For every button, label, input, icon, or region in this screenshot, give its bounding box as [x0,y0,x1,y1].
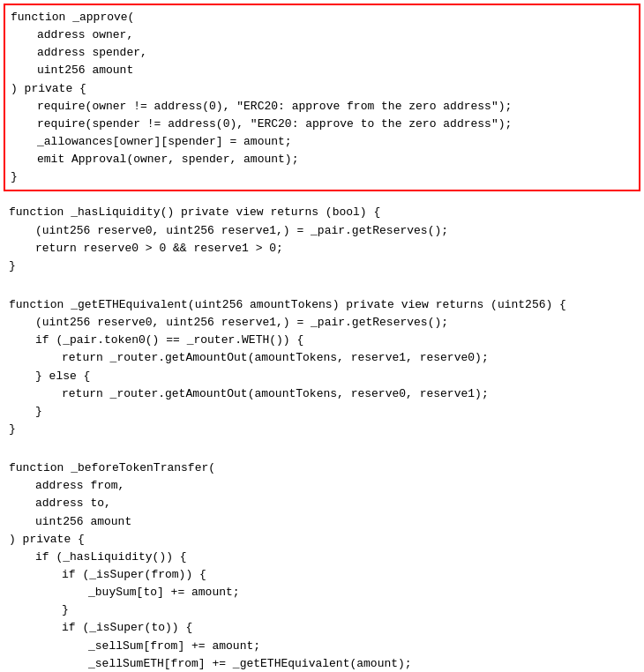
code-line: address owner, [11,26,633,44]
code-line: address to, [9,495,635,512]
code-line: ) private { [9,531,635,549]
code-line: } [9,421,635,438]
code-line: function _beforeTokenTransfer( [9,459,635,477]
code-line: return reserve0 > 0 && reserve1 > 0; [9,240,635,258]
code-container: function _approve(address owner,address … [4,4,640,672]
code-line: _sellSum[from] += amount; [9,638,635,655]
code-line: function _hasLiquidity() private view re… [9,204,635,221]
code-line: return _router.getAmountOut(amountTokens… [9,349,635,367]
code-block-4: function _beforeTokenTransfer(address fr… [4,456,640,672]
code-line: (uint256 reserve0, uint256 reserve1,) = … [9,222,635,240]
code-line: require(spender != address(0), "ERC20: a… [11,116,633,133]
code-line: } [9,403,635,421]
code-line: return _router.getAmountOut(amountTokens… [9,385,635,403]
code-line: function _getETHEquivalent(uint256 amoun… [9,296,635,314]
code-line: } [11,168,633,186]
code-line: require(owner != address(0), "ERC20: app… [11,98,633,116]
code-line: _buySum[to] += amount; [9,584,635,601]
code-line: address spender, [11,44,633,62]
code-line: if (_pair.token0() == _router.WETH()) { [9,332,635,349]
code-line: } [9,601,635,619]
code-line: if (_hasLiquidity()) { [9,549,635,566]
code-line: function _approve( [11,9,633,26]
code-block-1: function _approve(address owner,address … [4,4,640,191]
code-line: uint256 amount [11,62,633,79]
code-line: ) private { [11,80,633,98]
code-line: if (_isSuper(from)) { [9,566,635,584]
code-line: if (_isSuper(to)) { [9,619,635,637]
code-line: } [9,258,635,275]
code-line: _allowances[owner][spender] = amount; [11,133,633,151]
code-line: _sellSumETH[from] += _getETHEquivalent(a… [9,655,635,672]
code-block-3: function _getETHEquivalent(uint256 amoun… [4,293,640,442]
code-line: emit Approval(owner, spender, amount); [11,151,633,168]
code-line: } else { [9,368,635,385]
code-line: uint256 amount [9,513,635,531]
code-block-2: function _hasLiquidity() private view re… [4,200,640,279]
code-line: (uint256 reserve0, uint256 reserve1,) = … [9,314,635,332]
code-line: address from, [9,477,635,495]
